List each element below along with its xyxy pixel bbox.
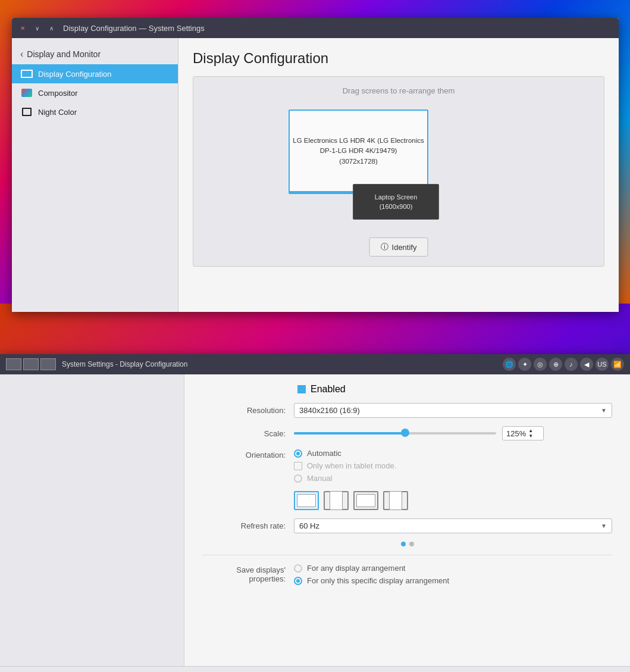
resolution-value: 3840x2160 (16:9) xyxy=(299,406,360,415)
sidebar-back-label: Display and Monitor xyxy=(27,49,101,59)
display-canvas[interactable]: Drag screens to re-arrange them LG Elect… xyxy=(193,76,604,267)
sidebar-back-button[interactable]: ‹ Display and Monitor xyxy=(12,44,178,64)
top-titlebar: ✕ ∨ ∧ Display Configuration — System Set… xyxy=(12,18,619,38)
top-window-title: Display Configuration — System Settings xyxy=(63,24,205,33)
dropdown-arrow-icon: ▼ xyxy=(601,407,607,414)
refresh-value: 60 Hz xyxy=(299,521,319,530)
enabled-row: Enabled xyxy=(202,380,612,403)
orientation-manual-radio[interactable] xyxy=(294,474,302,483)
top-window-body: ‹ Display and Monitor Display Configurat… xyxy=(12,38,619,312)
scale-slider-fill xyxy=(294,432,405,435)
display-config-icon xyxy=(20,69,33,79)
orientation-label: Orientation: xyxy=(202,451,286,460)
bottom-titlebar: System Settings - Display Configuration … xyxy=(0,354,630,374)
tray-icon-media[interactable]: ◀ xyxy=(580,358,593,371)
resolution-control: 3840x2160 (16:9) ▼ xyxy=(294,403,612,418)
night-color-icon xyxy=(20,107,33,117)
orientation-tablet-option[interactable]: Only when in tablet mode. xyxy=(294,461,612,470)
tray-icon-network[interactable]: 🌐 xyxy=(503,358,516,371)
orient-inverted-icon[interactable] xyxy=(353,491,378,510)
save-any-label: For any display arrangement xyxy=(307,564,405,573)
sidebar-item-compositor[interactable]: Compositor xyxy=(12,83,178,102)
bottom-window-title: System Settings - Display Configuration xyxy=(62,360,187,368)
system-tray: 🌐 ✦ ◎ ⊕ ♪ ◀ US 📶 xyxy=(503,358,624,371)
dot-1[interactable] xyxy=(401,542,406,546)
save-options: For any display arrangement For only thi… xyxy=(294,564,612,585)
orient-inverted-inner xyxy=(356,494,375,507)
sidebar-item-label-night: Night Color xyxy=(38,108,77,117)
refresh-row: Refresh rate: 60 Hz ▼ xyxy=(202,518,612,533)
orientation-tablet-label: Only when in tablet mode. xyxy=(307,461,396,470)
save-specific-option[interactable]: For only this specific display arrangeme… xyxy=(294,576,612,585)
orient-portrait-inv-inner xyxy=(389,491,402,510)
monitor-lg-text: LG Electronics LG HDR 4K (LG Electronics… xyxy=(293,136,424,167)
scale-value-text: 125% xyxy=(506,429,526,438)
resolution-row: Resolution: 3840x2160 (16:9) ▼ xyxy=(202,403,612,418)
page-title: Display Configuration xyxy=(193,50,604,67)
drag-hint-text: Drag screens to re-arrange them xyxy=(343,86,455,95)
orient-portrait-icon[interactable] xyxy=(324,491,349,510)
workspace-btn-1[interactable] xyxy=(6,358,21,370)
orientation-auto-label: Automatic xyxy=(307,449,341,458)
save-specific-label: For only this specific display arrangeme… xyxy=(307,576,449,585)
bottom-footer: ✏ Highlight Changed Settings ↺ Reset ✓ A… xyxy=(0,666,630,672)
orient-normal-icon[interactable] xyxy=(294,491,319,510)
pagination-dots xyxy=(202,542,612,546)
identify-button[interactable]: ⓘ Identify xyxy=(369,237,428,257)
orient-portrait-inv-icon[interactable] xyxy=(383,491,408,510)
save-properties-row: Save displays' properties: For any displ… xyxy=(202,564,612,585)
sidebar-item-label-display: Display Configuration xyxy=(38,70,112,79)
dot-2[interactable] xyxy=(409,542,414,546)
monitor-laptop-text: Laptop Screen (1600x900) xyxy=(375,192,418,212)
resolution-dropdown[interactable]: 3840x2160 (16:9) ▼ xyxy=(294,403,612,418)
tray-icon-volume[interactable]: ♪ xyxy=(565,358,578,371)
compositor-icon xyxy=(20,88,33,98)
resolution-label: Resolution: xyxy=(202,406,286,415)
tray-icon-locale[interactable]: US xyxy=(595,358,609,371)
orientation-auto-radio[interactable] xyxy=(294,449,302,458)
tray-icon-chrome[interactable]: ◎ xyxy=(534,358,547,371)
window-switcher xyxy=(6,358,56,370)
workspace-btn-3[interactable] xyxy=(40,358,56,370)
back-arrow-icon: ‹ xyxy=(20,49,23,60)
orientation-icons-row xyxy=(202,491,612,510)
orientation-manual-label: Manual xyxy=(307,474,333,483)
tray-icon-search[interactable]: ⊕ xyxy=(549,358,562,371)
maximize-button[interactable]: ∧ xyxy=(46,23,56,33)
monitor-laptop[interactable]: Laptop Screen (1600x900) xyxy=(353,184,439,220)
scale-slider-track[interactable] xyxy=(294,432,496,435)
top-window: ✕ ∨ ∧ Display Configuration — System Set… xyxy=(12,18,619,312)
tray-icon-bluetooth[interactable]: ✦ xyxy=(518,358,531,371)
orientation-manual-option[interactable]: Manual xyxy=(294,474,612,483)
tray-icon-wifi[interactable]: 📶 xyxy=(611,358,624,371)
orient-portrait-inner xyxy=(330,491,343,510)
enabled-label: Enabled xyxy=(311,384,346,395)
top-sidebar: ‹ Display and Monitor Display Configurat… xyxy=(12,38,178,312)
scale-spinbox-arrows[interactable]: ▲▼ xyxy=(528,428,533,439)
bottom-sidebar xyxy=(0,374,184,666)
refresh-dropdown[interactable]: 60 Hz ▼ xyxy=(294,518,612,533)
refresh-label: Refresh rate: xyxy=(202,521,286,530)
save-specific-radio[interactable] xyxy=(294,577,302,585)
scale-value-display: 125% ▲▼ xyxy=(502,426,544,440)
scale-label: Scale: xyxy=(202,429,286,438)
save-any-option[interactable]: For any display arrangement xyxy=(294,564,612,573)
scale-slider-thumb[interactable] xyxy=(401,429,409,437)
orientation-tablet-checkbox[interactable] xyxy=(294,462,302,470)
monitor-lg[interactable]: LG Electronics LG HDR 4K (LG Electronics… xyxy=(289,110,428,193)
orientation-options: Automatic Only when in tablet mode. Manu… xyxy=(294,449,612,483)
bottom-window: System Settings - Display Configuration … xyxy=(0,354,630,672)
save-section: Save displays' properties: For any displ… xyxy=(202,555,612,585)
minimize-button[interactable]: ∨ xyxy=(32,23,42,33)
sidebar-item-display-config[interactable]: Display Configuration xyxy=(12,64,178,83)
sidebar-item-night-color[interactable]: Night Color xyxy=(12,102,178,121)
workspace-btn-2[interactable] xyxy=(23,358,39,370)
orientation-auto-option[interactable]: Automatic xyxy=(294,449,612,458)
bottom-main: Enabled Resolution: 3840x2160 (16:9) ▼ S… xyxy=(184,374,630,666)
save-any-radio[interactable] xyxy=(294,564,302,573)
close-button[interactable]: ✕ xyxy=(18,23,27,33)
enabled-checkbox[interactable] xyxy=(297,385,306,393)
refresh-dropdown-arrow-icon: ▼ xyxy=(601,523,607,529)
bottom-body: Enabled Resolution: 3840x2160 (16:9) ▼ S… xyxy=(0,374,630,666)
refresh-control: 60 Hz ▼ xyxy=(294,518,612,533)
